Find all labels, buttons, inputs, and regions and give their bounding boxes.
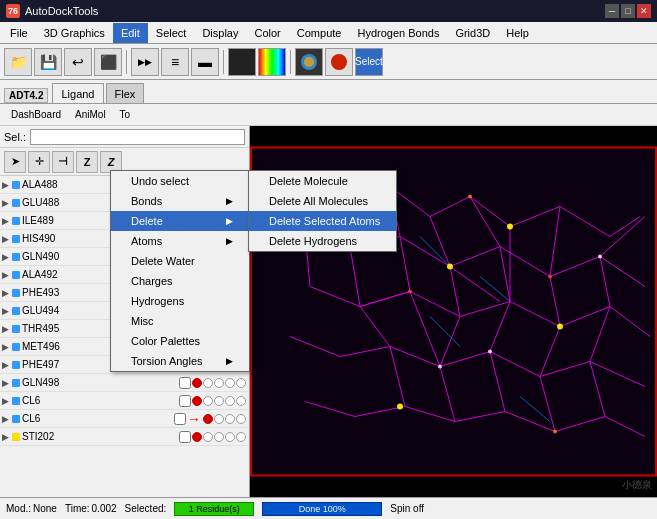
list-item[interactable]: ▶ STI202 bbox=[0, 428, 249, 446]
menu-compute[interactable]: Compute bbox=[289, 23, 350, 43]
mol-circle-red bbox=[192, 432, 202, 442]
menu-edit[interactable]: Edit bbox=[113, 23, 148, 43]
done-label: Done 100% bbox=[299, 504, 346, 514]
expand-arrow: ▶ bbox=[2, 288, 12, 298]
selected-value: 1 Residue(s) bbox=[189, 504, 240, 514]
expand-arrow: ▶ bbox=[2, 342, 12, 352]
expand-arrow: ▶ bbox=[2, 198, 12, 208]
menu-help[interactable]: Help bbox=[498, 23, 537, 43]
svg-point-75 bbox=[557, 324, 563, 330]
nav-btn[interactable]: ▶▶ bbox=[131, 48, 159, 76]
menu-color[interactable]: Color bbox=[247, 23, 289, 43]
svg-point-80 bbox=[488, 350, 492, 354]
menu-hydrogens[interactable]: Hydrogens bbox=[111, 291, 249, 311]
minimize-button[interactable]: ─ bbox=[605, 4, 619, 18]
mol-circle-2 bbox=[225, 414, 235, 424]
list-item[interactable]: ▶ GLN498 bbox=[0, 374, 249, 392]
mod-label: Mod.: bbox=[6, 503, 31, 514]
progress-bar: Done 100% bbox=[262, 502, 382, 516]
status-mod: Mod.: None bbox=[6, 503, 57, 514]
mol-circle-2 bbox=[214, 432, 224, 442]
mol-circle-1 bbox=[214, 414, 224, 424]
menu-delete-selected-atoms[interactable]: Delete Selected Atoms bbox=[249, 211, 396, 231]
mol-circle-2 bbox=[214, 378, 224, 388]
atoms-submenu-arrow: ▶ bbox=[226, 236, 233, 246]
status-spin: Spin off bbox=[390, 503, 424, 514]
menu-select[interactable]: Select bbox=[148, 23, 195, 43]
menu-delete-molecule[interactable]: Delete Molecule bbox=[249, 171, 396, 191]
sec-tab-animol[interactable]: AniMol bbox=[68, 107, 113, 122]
svg-point-73 bbox=[447, 264, 453, 270]
line-btn[interactable]: ▬ bbox=[191, 48, 219, 76]
color-gradient-btn[interactable] bbox=[258, 48, 286, 76]
mol-color-swatch bbox=[12, 235, 20, 243]
cross-btn[interactable]: ✛ bbox=[28, 151, 50, 173]
mol-checkbox[interactable] bbox=[174, 413, 186, 425]
menu-display[interactable]: Display bbox=[194, 23, 246, 43]
icon-btn-4[interactable]: ⬛ bbox=[94, 48, 122, 76]
mol-circle-3 bbox=[225, 396, 235, 406]
menu-hydrogen-bonds[interactable]: Hydrogen Bonds bbox=[349, 23, 447, 43]
svg-point-82 bbox=[408, 290, 412, 294]
molecule-icon-btn[interactable] bbox=[295, 48, 323, 76]
expand-arrow: ▶ bbox=[2, 324, 12, 334]
close-button[interactable]: ✕ bbox=[637, 4, 651, 18]
list-item[interactable]: ▶ CL6 → bbox=[0, 410, 249, 428]
menu-undo-select[interactable]: Undo select bbox=[111, 171, 249, 191]
menu-file[interactable]: File bbox=[2, 23, 36, 43]
mol-circle-red bbox=[203, 414, 213, 424]
title-bar: 76 AutoDockTools ─ □ ✕ bbox=[0, 0, 657, 22]
sec-tab-dashboard[interactable]: DashBoard bbox=[4, 107, 68, 122]
maximize-button[interactable]: □ bbox=[621, 4, 635, 18]
mol-color-swatch bbox=[12, 181, 20, 189]
expand-arrow: ▶ bbox=[2, 234, 12, 244]
selected-value-box: 1 Residue(s) bbox=[174, 502, 254, 516]
open-button[interactable]: 📁 bbox=[4, 48, 32, 76]
sel-label: Sel.: bbox=[4, 131, 26, 143]
mol-color-swatch bbox=[12, 397, 20, 405]
tab-ligand[interactable]: Ligand bbox=[52, 83, 103, 103]
selected-label: Selected: bbox=[125, 503, 167, 514]
menu-torsion-angles[interactable]: Torsion Angles ▶ bbox=[111, 351, 249, 371]
z-btn[interactable]: Z bbox=[76, 151, 98, 173]
menu-delete[interactable]: Delete ▶ bbox=[111, 211, 249, 231]
mol-circle-3 bbox=[225, 432, 235, 442]
expand-arrow: ▶ bbox=[2, 306, 12, 316]
back-button[interactable]: ↩ bbox=[64, 48, 92, 76]
mol-name-label: GLN498 bbox=[22, 377, 179, 388]
mol-checkbox[interactable] bbox=[179, 377, 191, 389]
menu-delete-all-molecules[interactable]: Delete All Molecules bbox=[249, 191, 396, 211]
mol-color-swatch bbox=[12, 343, 20, 351]
select-tool-btn[interactable]: Select bbox=[355, 48, 383, 76]
menu-misc[interactable]: Misc bbox=[111, 311, 249, 331]
color-black-btn[interactable] bbox=[228, 48, 256, 76]
menu-atoms[interactable]: Atoms ▶ bbox=[111, 231, 249, 251]
list-btn[interactable]: ≡ bbox=[161, 48, 189, 76]
arrow-icon-btn[interactable]: ➤ bbox=[4, 151, 26, 173]
mol-checkbox[interactable] bbox=[179, 395, 191, 407]
menu-charges[interactable]: Charges bbox=[111, 271, 249, 291]
mol-color-swatch bbox=[12, 199, 20, 207]
svg-point-81 bbox=[438, 365, 442, 369]
mol-color-swatch bbox=[12, 289, 20, 297]
list-item[interactable]: ▶ CL6 bbox=[0, 392, 249, 410]
menu-grid3d[interactable]: Grid3D bbox=[447, 23, 498, 43]
menu-delete-hydrogens[interactable]: Delete Hydrogens bbox=[249, 231, 396, 251]
sec-tab-to[interactable]: To bbox=[113, 107, 138, 122]
time-value: 0.002 bbox=[92, 503, 117, 514]
toolbar-separator-2 bbox=[223, 50, 224, 74]
menu-bonds[interactable]: Bonds ▶ bbox=[111, 191, 249, 211]
menu-color-palettes[interactable]: Color Palettes bbox=[111, 331, 249, 351]
h-btn[interactable]: ⊣ bbox=[52, 151, 74, 173]
svg-point-76 bbox=[397, 404, 403, 410]
tab-flex[interactable]: Flex bbox=[106, 83, 145, 103]
menu-delete-water[interactable]: Delete Water bbox=[111, 251, 249, 271]
adt-version-label: ADT4.2 bbox=[4, 88, 48, 103]
mol-color-swatch bbox=[12, 361, 20, 369]
save-button[interactable]: 💾 bbox=[34, 48, 62, 76]
mol-circle-1 bbox=[203, 396, 213, 406]
mol-checkbox[interactable] bbox=[179, 431, 191, 443]
sel-input[interactable] bbox=[30, 129, 245, 145]
red-sphere-btn[interactable] bbox=[325, 48, 353, 76]
menu-3dgraphics[interactable]: 3D Graphics bbox=[36, 23, 113, 43]
